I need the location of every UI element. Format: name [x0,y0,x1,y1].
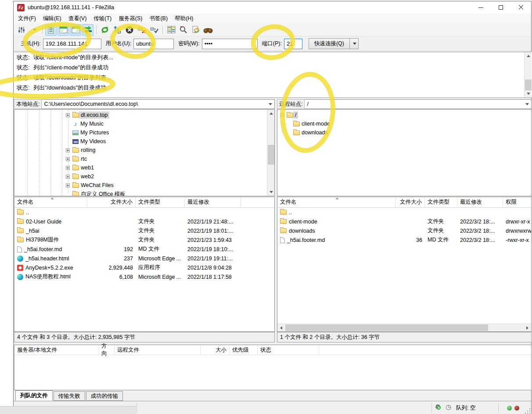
file-row[interactable]: .. [14,208,274,217]
site-manager-dropdown[interactable] [28,24,40,36]
scrollbar-thumb[interactable] [268,145,274,165]
expand-icon[interactable] [66,157,70,161]
tree-item-rtc[interactable]: rtc [66,155,89,163]
transfer-mode-button[interactable]: ⚙A [435,403,441,411]
queue-column-size[interactable]: 大小 [201,345,230,355]
collapse-icon[interactable] [280,113,284,117]
host-input[interactable] [43,39,101,49]
filter-button[interactable] [178,24,189,36]
menu-bookmarks[interactable]: 书签(B) [146,14,171,24]
column-header-filesize[interactable]: 文件大小 [87,197,136,207]
synchronized-browsing-button[interactable] [190,24,201,36]
column-header-permissions[interactable]: 权限 [503,197,531,207]
disconnect-button[interactable] [136,24,147,36]
column-header-filesize[interactable]: 文件大小 [396,197,425,207]
scroll-up-arrow[interactable] [267,110,275,117]
queue-column-direction[interactable]: 方向 [99,345,115,355]
chevron-down-icon[interactable] [525,103,529,105]
expand-icon[interactable] [66,175,70,179]
scroll-down-arrow[interactable] [525,90,532,97]
expand-icon[interactable] [66,113,70,117]
remote-horizontal-scrollbar[interactable] [277,324,531,331]
menu-server[interactable]: 服务器(S) [115,14,146,24]
column-header-modified[interactable]: 最近修改 [185,197,241,207]
cancel-button[interactable] [124,24,135,36]
scroll-right-arrow[interactable] [524,324,531,332]
refresh-button[interactable] [99,24,111,36]
port-input[interactable] [284,39,302,49]
resize-grip[interactable] [525,408,530,414]
local-site-combobox[interactable]: C:\Users\ecoo\Documents\dl.ecoo.top\ [42,99,275,109]
tree-item-my-videos[interactable]: My Videos [72,137,108,146]
minimize-button[interactable] [471,1,491,14]
file-row[interactable]: _h5ai.footer.md 36 MD 文件 2022/3/2 18:...… [277,235,531,245]
remote-site-combobox[interactable]: / [305,99,532,109]
file-row[interactable]: AnyDesk+5.2.2.exe 2,929,448 应用程序 2021/12… [14,263,274,272]
tree-item-root[interactable]: / [280,111,298,119]
expand-icon[interactable] [66,148,70,152]
file-row[interactable]: NAS使用教程.html 6,108 Microsoft Edge ... 20… [14,272,274,281]
close-button[interactable] [511,1,531,14]
menu-transfer[interactable]: 传输(T) [90,14,115,24]
find-files-button[interactable] [202,24,214,36]
log-scrollbar[interactable] [524,52,532,97]
scrollbar-thumb[interactable] [285,324,488,331]
quickconnect-dropdown[interactable] [350,38,359,49]
scrollbar-thumb[interactable] [525,79,532,90]
tree-item-dl-ecoo-top[interactable]: dl.ecoo.top [66,111,109,119]
maximize-button[interactable] [491,1,511,14]
queue-column-localfile[interactable]: 服务器/本地文件 [14,345,99,355]
file-row[interactable]: Hi3798M固件 文件夹 2022/1/23 1:59:43 [14,235,274,245]
column-header-filetype[interactable]: 文件类型 [136,197,185,207]
file-row[interactable]: _h5ai 文件夹 2022/1/19 18:01:... [14,226,274,235]
column-header-modified[interactable]: 最近修改 [457,197,503,207]
expand-icon[interactable] [66,166,70,170]
expand-icon[interactable] [66,184,70,187]
file-row[interactable]: .. [277,208,531,217]
scroll-up-arrow[interactable] [525,52,532,60]
local-tree-scrollbar[interactable] [267,110,274,196]
menu-edit[interactable]: 编辑(E) [40,14,65,24]
scroll-left-arrow[interactable] [277,324,285,332]
file-row[interactable]: downloads 文件夹 2022/3/2 18:... drwxrwxrwx [277,226,531,235]
tree-item-custom-office-templates[interactable]: 自定义 Office 模板 [72,190,127,196]
tab-queued-files[interactable]: 列队的文件 [15,390,53,401]
process-queue-icon [113,25,122,34]
process-queue-button[interactable] [111,24,123,36]
quickconnect-button[interactable]: 快速连接(Q) [309,38,350,49]
file-row[interactable]: 02-User Guide 文件夹 2022/1/19 21:48:... [14,217,274,226]
reconnect-button[interactable] [148,24,160,36]
tree-item-my-music[interactable]: ♪ My Music [72,119,105,128]
tree-item-rolling[interactable]: rolling [66,146,97,155]
tree-item-my-pictures[interactable]: My Pictures [72,128,111,137]
scroll-down-arrow[interactable] [267,188,275,196]
site-manager-button[interactable] [16,24,27,36]
tree-item-web1[interactable]: web1 [66,163,96,172]
column-header-filetype[interactable]: 文件类型 [425,197,457,207]
chevron-down-icon[interactable] [269,103,272,105]
queue-column-priority[interactable]: 优先级 [230,345,258,355]
speed-limit-button[interactable]: ◷ [446,403,451,411]
password-input[interactable] [202,39,258,49]
file-row[interactable]: _h5ai.footer.md 192 MD 文件 2022/1/19 18:1… [14,245,274,254]
menu-view[interactable]: 查看(V) [65,14,90,24]
file-row[interactable]: _h5ai.header.html 237 Microsoft Edge ...… [14,254,274,263]
tree-item-web2[interactable]: web2 [66,172,96,181]
file-row[interactable]: client-mode 文件夹 2022/3/2 18:... drwxr-xr… [277,217,531,226]
tree-item-client-mode[interactable]: client-mode [293,119,332,128]
menu-help[interactable]: 帮助(H) [171,14,197,24]
toggle-message-log-button[interactable] [45,24,57,36]
toggle-local-tree-button[interactable] [58,24,69,36]
tab-failed-transfers[interactable]: 传输失败 [54,391,85,401]
username-input[interactable] [133,39,174,49]
menu-file[interactable]: 文件(F) [14,14,40,24]
folder-icon [287,113,293,118]
tree-item-wechat-files[interactable]: WeChat Files [66,181,115,190]
directory-comparison-button[interactable] [165,24,177,36]
queue-column-remotefile[interactable]: 远程文件 [115,345,201,355]
toggle-transfer-queue-button[interactable] [82,24,93,36]
queue-column-status[interactable]: 状态 [258,345,319,355]
tab-successful-transfers[interactable]: 成功的传输 [86,391,123,401]
tree-item-downloads[interactable]: downloads [293,128,330,137]
toggle-remote-tree-button[interactable] [70,24,81,36]
